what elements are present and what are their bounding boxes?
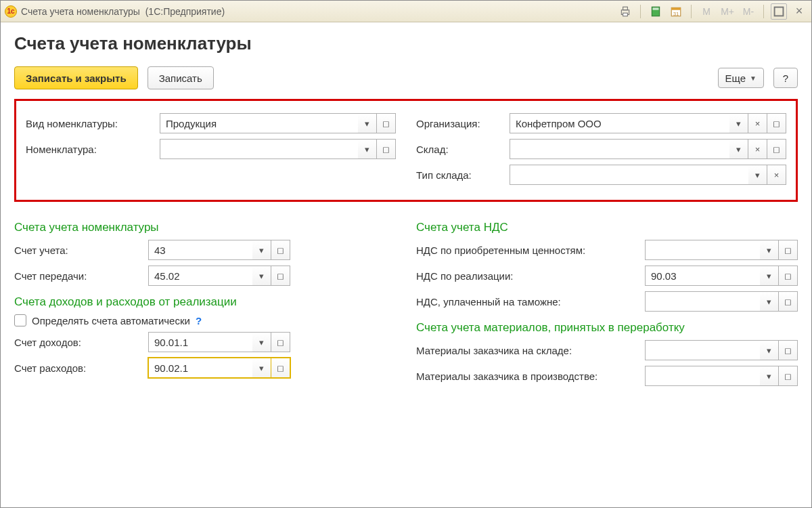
open-icon[interactable]: ◻ (271, 332, 290, 352)
save-and-close-button[interactable]: Записать и закрыть (14, 66, 138, 89)
tolling-stock-input[interactable] (645, 340, 760, 360)
form-toolbar: Записать и закрыть Записать Еще ▼ ? (14, 66, 798, 89)
help-hint-icon[interactable]: ? (196, 315, 202, 326)
open-icon[interactable]: ◻ (377, 113, 396, 133)
clear-icon[interactable]: × (748, 139, 767, 159)
memory-m-button[interactable]: M (698, 3, 715, 20)
dropdown-icon[interactable]: ▾ (760, 240, 779, 260)
transfer-account-field[interactable]: 45.02 ▾ ◻ (148, 266, 290, 286)
group-tolling-title: Счета учета материалов, принятых в перер… (416, 321, 798, 335)
tolling-wip-input[interactable] (645, 366, 760, 386)
vat-purchase-field[interactable]: ▾ ◻ (645, 240, 798, 260)
more-button[interactable]: Еще ▼ (718, 68, 764, 88)
open-icon[interactable]: ◻ (779, 366, 798, 386)
transfer-account-input[interactable]: 45.02 (148, 266, 252, 286)
maximize-icon[interactable] (771, 3, 787, 20)
warehouse-type-field[interactable]: ▾ × (510, 165, 786, 185)
tolling-stock-field[interactable]: ▾ ◻ (645, 340, 798, 360)
dropdown-icon[interactable]: ▾ (729, 113, 748, 133)
app-window: 1c Счета учета номенклатуры (1С:Предприя… (0, 0, 812, 508)
open-icon[interactable]: ◻ (767, 113, 786, 133)
expense-account-field[interactable]: 90.02.1 ▾ ◻ (148, 358, 290, 378)
group-nom-accounts-title: Счета учета номенклатуры (14, 221, 396, 234)
svg-text:31: 31 (673, 10, 679, 16)
dropdown-icon[interactable]: ▾ (252, 332, 271, 352)
svg-rect-1 (623, 7, 628, 10)
vat-customs-field[interactable]: ▾ ◻ (645, 291, 798, 312)
vat-sales-input[interactable]: 90.03 (645, 266, 760, 286)
nomenclature-kind-field[interactable]: Продукция ▾ ◻ (160, 113, 396, 133)
open-icon[interactable]: ◻ (271, 240, 290, 260)
organization-field[interactable]: Конфетпром ООО ▾ × ◻ (510, 113, 786, 133)
warehouse-label: Склад: (416, 144, 504, 155)
close-icon[interactable]: × (791, 3, 807, 20)
open-icon[interactable]: ◻ (779, 266, 798, 286)
chevron-down-icon: ▼ (750, 75, 757, 82)
clear-icon[interactable]: × (767, 165, 786, 185)
dropdown-icon[interactable]: ▾ (252, 358, 271, 378)
warehouse-type-label: Тип склада: (416, 169, 504, 181)
warehouse-type-input[interactable] (510, 165, 748, 185)
print-icon[interactable] (617, 3, 633, 20)
open-icon[interactable]: ◻ (779, 291, 798, 312)
dropdown-icon[interactable]: ▾ (252, 266, 271, 286)
expense-account-input[interactable]: 90.02.1 (148, 358, 252, 378)
account-label: Счет учета: (14, 245, 143, 256)
income-account-input[interactable]: 90.01.1 (148, 332, 252, 352)
dropdown-icon[interactable]: ▾ (760, 266, 779, 286)
dropdown-icon[interactable]: ▾ (729, 139, 748, 159)
dropdown-icon[interactable]: ▾ (358, 139, 377, 159)
income-account-field[interactable]: 90.01.1 ▾ ◻ (148, 332, 290, 352)
account-input[interactable]: 43 (148, 240, 252, 260)
vat-purchase-input[interactable] (645, 240, 760, 260)
dropdown-icon[interactable]: ▾ (760, 291, 779, 312)
more-button-label: Еще (725, 72, 746, 84)
svg-rect-2 (623, 13, 628, 16)
memory-m-minus-button[interactable]: M- (740, 3, 757, 20)
open-icon[interactable]: ◻ (779, 240, 798, 260)
nomenclature-kind-label: Вид номенклатуры: (26, 118, 154, 129)
open-icon[interactable]: ◻ (377, 139, 396, 159)
help-button[interactable]: ? (773, 68, 798, 88)
svg-rect-8 (775, 7, 784, 16)
clear-icon[interactable]: × (748, 113, 767, 133)
group-vat-title: Счета учета НДС (416, 221, 798, 234)
dropdown-icon[interactable]: ▾ (252, 240, 271, 260)
dropdown-icon[interactable]: ▾ (358, 113, 377, 133)
nomenclature-kind-input[interactable]: Продукция (160, 113, 358, 133)
warehouse-input[interactable] (510, 139, 729, 159)
expense-account-label: Счет расходов: (14, 362, 143, 374)
transfer-account-label: Счет передачи: (14, 270, 143, 282)
tolling-wip-field[interactable]: ▾ ◻ (645, 366, 798, 386)
open-icon[interactable]: ◻ (271, 266, 290, 286)
save-button[interactable]: Записать (148, 66, 214, 89)
open-icon[interactable]: ◻ (779, 340, 798, 360)
vat-sales-label: НДС по реализации: (416, 270, 639, 282)
vat-sales-field[interactable]: 90.03 ▾ ◻ (645, 266, 798, 286)
organization-input[interactable]: Конфетпром ООО (510, 113, 729, 133)
account-field[interactable]: 43 ▾ ◻ (148, 240, 290, 260)
memory-m-plus-button[interactable]: M+ (719, 3, 736, 20)
nomenclature-field[interactable]: ▾ ◻ (160, 139, 396, 159)
organization-label: Организация: (416, 118, 504, 129)
auto-accounts-checkbox[interactable] (14, 314, 26, 326)
vat-purchase-label: НДС по приобретенным ценностям: (416, 245, 639, 256)
open-icon[interactable]: ◻ (767, 139, 786, 159)
warehouse-field[interactable]: ▾ × ◻ (510, 139, 786, 159)
app-logo-icon: 1c (5, 5, 17, 18)
group-income-expense-title: Счета доходов и расходов от реализации (14, 295, 396, 309)
nomenclature-input[interactable] (160, 139, 358, 159)
dropdown-icon[interactable]: ▾ (760, 340, 779, 360)
open-icon[interactable]: ◻ (271, 358, 290, 378)
page-title: Счета учета номенклатуры (14, 33, 798, 54)
form-body: Счета учета номенклатуры Записать и закр… (1, 22, 811, 507)
window-title: Счета учета номенклатуры (1С:Предприятие… (21, 6, 225, 17)
calendar-icon[interactable]: 31 (668, 3, 684, 20)
dropdown-icon[interactable]: ▾ (748, 165, 767, 185)
titlebar: 1c Счета учета номенклатуры (1С:Предприя… (1, 1, 811, 22)
dropdown-icon[interactable]: ▾ (760, 366, 779, 386)
vat-customs-label: НДС, уплаченный на таможне: (416, 296, 639, 308)
main-columns: Счета учета номенклатуры Счет учета: 43 … (14, 211, 798, 391)
calculator-icon[interactable] (648, 3, 664, 20)
vat-customs-input[interactable] (645, 291, 760, 312)
